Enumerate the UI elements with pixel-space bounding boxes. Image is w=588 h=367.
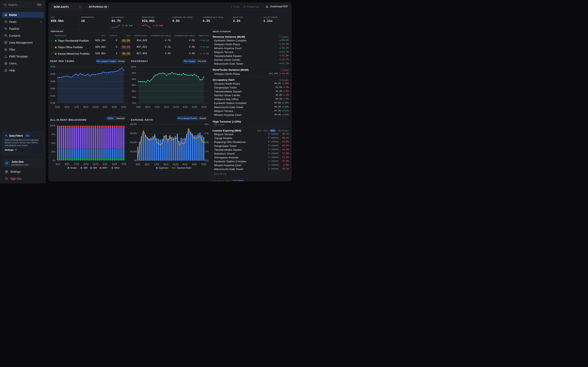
svg-text:2/25: 2/25 [201, 106, 206, 108]
svg-text:17%: 17% [204, 150, 209, 153]
svg-text:6/23: 6/23 [164, 106, 169, 108]
svg-text:¥0: ¥0 [134, 159, 137, 162]
svg-text:¥16K: ¥16K [50, 95, 56, 97]
svg-text:¥18K: ¥18K [50, 87, 56, 90]
svg-text:11/23: 11/23 [173, 106, 179, 108]
svg-text:4/24: 4/24 [103, 163, 107, 166]
svg-text:100%: 100% [50, 124, 56, 127]
svg-text:1BR: 1BR [83, 167, 87, 169]
svg-text:9/24: 9/24 [192, 163, 197, 166]
svg-text:4/24: 4/24 [182, 163, 187, 166]
svg-text:¥4,000: ¥4,000 [130, 141, 137, 143]
svg-text:70%: 70% [132, 102, 136, 104]
svg-text:3/22: 3/22 [135, 163, 140, 166]
svg-text:2/25: 2/25 [121, 106, 126, 108]
svg-text:6/23: 6/23 [164, 163, 168, 166]
svg-text:8/22: 8/22 [65, 163, 70, 166]
svg-text:2BR: 2BR [93, 167, 97, 169]
svg-text:11/23: 11/23 [172, 163, 178, 166]
svg-text:9/24: 9/24 [192, 106, 197, 108]
svg-text:¥8,000: ¥8,000 [130, 123, 137, 125]
svg-text:Other: Other [114, 167, 120, 169]
svg-text:Expenses: Expenses [159, 167, 169, 169]
svg-text:3BR ~: 3BR ~ [102, 167, 109, 169]
svg-text:4/24: 4/24 [183, 106, 188, 108]
svg-text:1/23: 1/23 [154, 163, 159, 166]
svg-text:80%: 80% [132, 90, 136, 92]
svg-text:4/24: 4/24 [103, 106, 107, 108]
svg-text:1/23: 1/23 [74, 106, 79, 108]
svg-text:Expense Ratio: Expense Ratio [177, 167, 191, 169]
svg-text:3/22: 3/22 [136, 106, 141, 108]
svg-text:Studio: Studio [70, 167, 77, 169]
svg-text:2/25: 2/25 [201, 163, 206, 166]
svg-text:9/24: 9/24 [112, 163, 117, 166]
svg-text:¥2,000: ¥2,000 [130, 150, 137, 153]
svg-text:85%: 85% [132, 84, 136, 86]
svg-text:32%: 32% [204, 123, 209, 125]
svg-text:25%: 25% [51, 150, 55, 153]
svg-text:1/23: 1/23 [74, 163, 79, 166]
svg-text:6/23: 6/23 [84, 163, 89, 166]
svg-text:12%: 12% [204, 159, 209, 162]
svg-text:8/22: 8/22 [145, 163, 150, 166]
svg-text:11/23: 11/23 [93, 106, 98, 108]
svg-text:3/22: 3/22 [55, 106, 60, 108]
svg-text:¥14K: ¥14K [50, 102, 56, 104]
svg-text:0%: 0% [52, 159, 55, 162]
svg-text:6/23: 6/23 [84, 106, 88, 108]
svg-text:¥6,000: ¥6,000 [130, 132, 137, 134]
svg-text:¥22K: ¥22K [50, 73, 56, 75]
svg-text:90%: 90% [132, 78, 136, 80]
svg-text:9/24: 9/24 [112, 106, 117, 108]
svg-text:75%: 75% [132, 96, 136, 99]
svg-text:100%: 100% [130, 66, 136, 68]
svg-text:8/22: 8/22 [65, 106, 70, 108]
svg-text:3/22: 3/22 [55, 163, 60, 166]
svg-text:11/23: 11/23 [93, 163, 98, 166]
svg-text:8/22: 8/22 [145, 106, 150, 108]
svg-text:2/25: 2/25 [121, 163, 126, 166]
svg-text:¥20K: ¥20K [50, 80, 56, 83]
svg-text:50%: 50% [51, 142, 55, 144]
svg-text:¥24K: ¥24K [50, 66, 56, 68]
svg-text:75%: 75% [51, 133, 55, 136]
svg-text:95%: 95% [132, 72, 136, 74]
svg-text:22%: 22% [204, 141, 209, 143]
svg-text:27%: 27% [204, 132, 209, 134]
svg-text:1/23: 1/23 [155, 106, 160, 108]
